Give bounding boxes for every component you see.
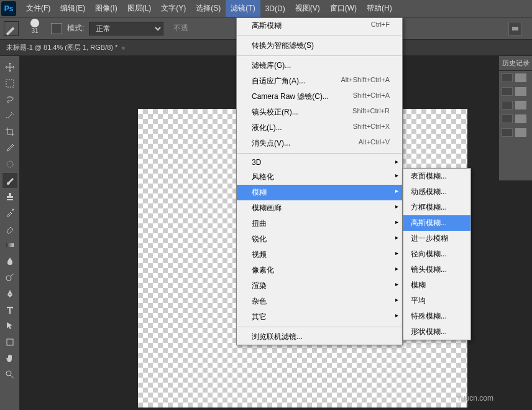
blur-submenu-item[interactable]: 动感模糊... (403, 184, 470, 200)
filter-menu-item[interactable]: 滤镜库(G)... (237, 58, 402, 73)
menu-window[interactable]: 窗口(W) (325, 0, 362, 17)
zoom-tool[interactable] (2, 367, 17, 382)
blur-submenu-item[interactable]: 径向模糊... (403, 246, 470, 262)
menu-help[interactable]: 帮助(H) (362, 0, 397, 17)
tool-preset-picker[interactable] (4, 21, 19, 36)
blur-submenu-item[interactable]: 镜头模糊... (403, 262, 470, 277)
menu-item-label: 高斯模糊 (252, 21, 282, 31)
history-row[interactable] (499, 85, 532, 98)
shape-tool[interactable] (2, 335, 17, 350)
crop-tool[interactable] (2, 124, 17, 139)
menu-separator (237, 153, 401, 154)
magic-wand-tool[interactable] (2, 108, 17, 123)
history-row[interactable] (499, 71, 532, 85)
filter-menu-item[interactable]: 扭曲 (237, 216, 402, 231)
menu-item-label: 杂色 (252, 296, 267, 307)
filter-menu-item[interactable]: 浏览联机滤镜... (237, 329, 402, 345)
menu-type[interactable]: 文字(Y) (156, 0, 191, 17)
blur-submenu-item[interactable]: 平均 (403, 293, 470, 309)
filter-menu-item[interactable]: 模糊画廊 (237, 200, 402, 216)
menu-item-label: 风格化 (252, 172, 274, 182)
filter-menu-item[interactable]: Camera Raw 滤镜(C)...Shift+Ctrl+A (237, 89, 402, 105)
spot-heal-tool[interactable] (2, 157, 17, 172)
path-select-tool[interactable] (2, 319, 17, 333)
menu-file[interactable]: 文件(F) (21, 0, 55, 17)
document-tab-close[interactable]: × (121, 44, 125, 52)
menu-item-label: 转换为智能滤镜(S) (252, 40, 314, 51)
eyedropper-tool[interactable] (2, 141, 17, 156)
menu-filter[interactable]: 滤镜(T) (226, 0, 260, 17)
filter-menu-item[interactable]: 转换为智能滤镜(S) (237, 38, 402, 54)
tablet-pressure-icon[interactable] (508, 22, 522, 35)
history-row[interactable] (499, 112, 532, 126)
blur-submenu-item[interactable]: 模糊 (403, 277, 470, 293)
menu-item-label: 镜头校正(R)... (252, 107, 298, 118)
blur-submenu-item[interactable]: 高斯模糊... (403, 215, 470, 231)
brush-preview-dot (30, 19, 39, 27)
filter-menu-item[interactable]: 模糊 (237, 185, 402, 200)
dodge-tool[interactable] (2, 270, 17, 285)
svg-rect-5 (7, 339, 13, 345)
filter-menu-item[interactable]: 像素化 (237, 263, 402, 278)
filter-menu-item[interactable]: 视频 (237, 247, 402, 263)
watermark: Yuucn.com (457, 394, 493, 403)
filter-menu-item[interactable]: 镜头校正(R)...Shift+Ctrl+R (237, 105, 402, 120)
blur-tool[interactable] (2, 254, 17, 269)
pen-tool[interactable] (2, 286, 17, 301)
app-logo: Ps (1, 1, 16, 16)
filter-menu-item[interactable]: 自适应广角(A)...Alt+Shift+Ctrl+A (237, 73, 402, 89)
filter-menu-item[interactable]: 消失点(V)...Alt+Ctrl+V (237, 136, 402, 151)
menu-item-shortcut: Alt+Ctrl+V (359, 138, 390, 149)
blend-mode-select[interactable]: 正常 (89, 22, 163, 35)
blur-submenu-item[interactable]: 形状模糊... (403, 324, 470, 340)
menu-item-label: Camera Raw 滤镜(C)... (252, 91, 329, 102)
menu-item-label: 模糊画廊 (252, 203, 282, 213)
history-brush-tool[interactable] (2, 205, 17, 220)
menu-3d[interactable]: 3D(D) (260, 1, 290, 16)
menu-view[interactable]: 视图(V) (290, 0, 325, 17)
blur-submenu-item[interactable]: 方框模糊... (403, 200, 470, 215)
filter-menu-item[interactable]: 液化(L)...Shift+Ctrl+X (237, 120, 402, 136)
menu-separator (237, 35, 401, 36)
brush-tool[interactable] (2, 173, 17, 188)
blur-submenu-item[interactable]: 进一步模糊 (403, 231, 470, 246)
move-tool[interactable] (2, 60, 17, 75)
menu-item-label: 自适应广角(A)... (252, 76, 305, 86)
filter-menu-item[interactable]: 风格化 (237, 169, 402, 185)
history-row[interactable] (499, 126, 532, 139)
menu-separator (237, 327, 401, 327)
menu-item-label: 锐化 (252, 234, 267, 245)
menu-select[interactable]: 选择(S) (191, 0, 226, 17)
svg-rect-0 (6, 80, 14, 87)
eraser-tool[interactable] (2, 221, 17, 236)
menu-item-label: 浏览联机滤镜... (252, 332, 303, 342)
blur-submenu-item[interactable]: 特殊模糊... (403, 309, 470, 324)
hand-tool[interactable] (2, 351, 17, 366)
menu-image[interactable]: 图像(I) (90, 0, 122, 17)
text-tool[interactable] (2, 302, 17, 317)
opacity-label: 不透 (173, 23, 188, 34)
filter-menu-item[interactable]: 杂色 (237, 294, 402, 309)
stamp-tool[interactable] (2, 189, 17, 204)
menu-item-label: 视频 (252, 249, 267, 260)
document-tab[interactable]: 未标题-1 @ 81.4% (图层 1, RGB/8) * × (6, 43, 126, 52)
filter-menu-item[interactable]: 高斯模糊Ctrl+F (237, 18, 402, 34)
blur-submenu-item[interactable]: 表面模糊... (403, 169, 470, 184)
brush-panel-toggle[interactable] (51, 23, 62, 34)
mode-label: 模式: (67, 23, 84, 34)
filter-menu-item[interactable]: 3D (237, 156, 402, 169)
filter-menu-item[interactable]: 锐化 (237, 231, 402, 247)
marquee-tool[interactable] (2, 76, 17, 91)
filter-menu-item[interactable]: 渲染 (237, 278, 402, 294)
svg-rect-3 (6, 243, 14, 247)
history-row[interactable] (499, 98, 532, 112)
gradient-tool[interactable] (2, 238, 17, 253)
brush-preset-picker[interactable]: 31 (24, 19, 46, 39)
menu-layer[interactable]: 图层(L) (122, 0, 157, 17)
svg-point-1 (7, 161, 13, 167)
filter-menu-item[interactable]: 其它 (237, 309, 402, 325)
lasso-tool[interactable] (2, 92, 17, 107)
tools-panel (0, 56, 20, 410)
menu-item-label: 模糊 (252, 187, 267, 198)
menu-edit[interactable]: 编辑(E) (55, 0, 90, 17)
